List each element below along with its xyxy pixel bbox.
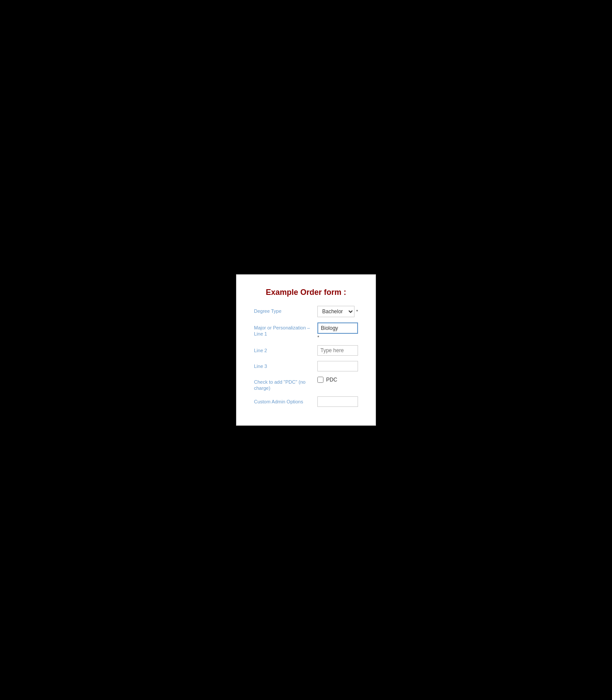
pdc-label: Check to add "PDC" (no charge): [254, 377, 317, 392]
pdc-row: Check to add "PDC" (no charge) PDC: [254, 377, 358, 392]
pdc-checkbox-wrapper: PDC: [317, 377, 337, 383]
custom-admin-field-wrapper: [317, 396, 358, 407]
line3-field-wrapper: [317, 361, 358, 371]
degree-type-label: Degree Type: [254, 306, 317, 314]
custom-admin-row: Custom Admin Options: [254, 396, 358, 407]
degree-type-row: Degree Type Bachelor of Science Master o…: [254, 306, 358, 317]
order-form-container: Example Order form : Degree Type Bachelo…: [236, 274, 376, 426]
pdc-checkbox-label: PDC: [326, 377, 337, 383]
line2-field-wrapper: [317, 345, 358, 356]
line3-row: Line 3: [254, 361, 358, 371]
line3-label: Line 3: [254, 361, 317, 369]
degree-type-select[interactable]: Bachelor of Science Master of Science As…: [317, 306, 355, 317]
line2-input[interactable]: [317, 345, 358, 356]
major-line1-input[interactable]: [317, 322, 358, 334]
custom-admin-label: Custom Admin Options: [254, 396, 317, 405]
degree-type-required-star: *: [356, 309, 358, 314]
form-title: Example Order form :: [254, 288, 358, 297]
line3-input[interactable]: [317, 361, 358, 371]
degree-type-field-wrapper: Bachelor of Science Master of Science As…: [317, 306, 358, 317]
major-line1-row: Major or Personalization – Line 1 *: [254, 322, 358, 340]
line2-row: Line 2: [254, 345, 358, 356]
major-line1-required-star: *: [317, 335, 358, 340]
major-line1-field-wrapper: *: [317, 322, 358, 340]
major-line1-label: Major or Personalization – Line 1: [254, 322, 317, 337]
line2-label: Line 2: [254, 345, 317, 354]
custom-admin-input[interactable]: [317, 396, 358, 407]
pdc-checkbox[interactable]: [317, 377, 323, 383]
